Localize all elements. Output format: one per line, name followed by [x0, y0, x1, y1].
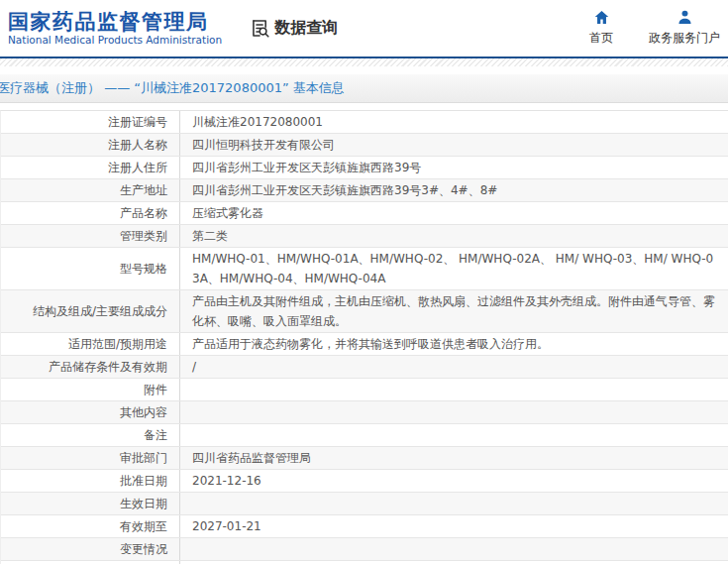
- table-row: 批准日期2021-12-16: [1, 470, 728, 493]
- row-value: 2027-01-21: [180, 515, 728, 537]
- row-label: 生产地址: [1, 179, 180, 201]
- table-row: 注册证编号川械注准20172080001: [1, 111, 728, 134]
- site-header: 国家药品监督管理局 National Medical Products Admi…: [0, 0, 728, 56]
- table-row: 注册人住所四川省彭州工业开发区天彭镇旌旗西路39号: [1, 157, 728, 179]
- row-label: 适用范围/预期用途: [1, 333, 180, 355]
- nav-label-home: 首页: [589, 30, 613, 47]
- row-label: 附件: [1, 379, 180, 400]
- nav-item-home[interactable]: 首页: [579, 8, 623, 47]
- spacer: [0, 66, 728, 74]
- person-icon: [676, 8, 693, 26]
- row-value: [180, 538, 728, 560]
- row-value: 第二类: [180, 225, 728, 247]
- row-label: 其他内容: [1, 401, 180, 423]
- data-query-section[interactable]: 数据查询: [250, 18, 338, 39]
- row-label: 产品储存条件及有效期: [1, 356, 180, 378]
- table-row: 产品名称压缩式雾化器: [1, 202, 728, 225]
- data-query-icon: [250, 18, 270, 39]
- row-value: 四川恒明科技开发有限公司: [180, 134, 728, 156]
- row-label: 注册人住所: [1, 157, 180, 178]
- nmpa-logo[interactable]: 国家药品监督管理局 National Medical Products Admi…: [8, 10, 222, 47]
- row-value: 产品由主机及其附件组成，主机由压缩机、散热风扇、过滤组件及其外壳组成。附件由通气…: [180, 290, 728, 332]
- row-label: 批准日期: [1, 470, 180, 492]
- table-row: 结构及组成/主要组成成分产品由主机及其附件组成，主机由压缩机、散热风扇、过滤组件…: [1, 290, 728, 333]
- nav-item-service-portal[interactable]: 政务服务门户: [649, 8, 720, 47]
- logo-title: 国家药品监督管理局: [8, 10, 222, 34]
- row-label: 注册人名称: [1, 134, 180, 156]
- logo-subtitle: National Medical Products Administration: [8, 34, 222, 47]
- table-row: 审批部门四川省药品监督管理局: [1, 447, 728, 470]
- row-label: 管理类别: [1, 225, 180, 247]
- table-row: 生效日期: [1, 493, 728, 515]
- striped-divider: [0, 56, 728, 66]
- row-label: 结构及组成/主要组成成分: [1, 290, 180, 332]
- row-label: 变更情况: [1, 538, 180, 560]
- breadcrumb: 医疗器械（注册） —— “川械注准20172080001” 基本信息: [0, 79, 345, 97]
- row-value: 四川省药品监督管理局: [180, 447, 728, 469]
- row-value: 四川省彭州工业开发区天彭镇旌旗西路39号: [180, 157, 728, 178]
- header-nav: 首页 政务服务门户: [579, 8, 720, 47]
- row-label: 备注: [1, 424, 180, 446]
- row-value: 压缩式雾化器: [180, 202, 728, 224]
- row-value: [180, 401, 728, 423]
- home-icon: [593, 8, 610, 26]
- row-value: [180, 493, 728, 514]
- nav-label-service-portal: 政务服务门户: [649, 30, 720, 47]
- row-value: 2021-12-16: [180, 470, 728, 492]
- table-row: 注册人名称四川恒明科技开发有限公司: [1, 134, 728, 157]
- row-label: 型号规格: [1, 248, 180, 289]
- row-value: [180, 379, 728, 400]
- table-row: 管理类别第二类: [1, 225, 728, 248]
- breadcrumb-bar: 医疗器械（注册） —— “川械注准20172080001” 基本信息: [0, 74, 728, 103]
- row-label: 审批部门: [1, 447, 180, 469]
- table-row: 适用范围/预期用途产品适用于液态药物雾化，并将其输送到呼吸道供患者吸入治疗用。: [1, 333, 728, 356]
- row-label: 产品名称: [1, 202, 180, 224]
- section-title: 数据查询: [274, 18, 338, 39]
- table-row: 有效期至2027-01-21: [1, 515, 728, 538]
- table-row: 其他内容: [1, 401, 728, 424]
- table-row: 型号规格HM/WHQ-01、HM/WHQ-01A、HM/WHQ-02、 HM/W…: [1, 248, 728, 290]
- row-value: [180, 424, 728, 446]
- row-value: HM/WHQ-01、HM/WHQ-01A、HM/WHQ-02、 HM/WHQ-0…: [180, 248, 728, 289]
- row-label: 注册证编号: [1, 111, 180, 133]
- spacer: [0, 103, 728, 110]
- info-table: 注册证编号川械注准20172080001注册人名称四川恒明科技开发有限公司注册人…: [0, 110, 728, 564]
- row-value: 川械注准20172080001: [180, 111, 728, 133]
- table-row: 备注: [1, 424, 728, 447]
- table-row: 附件: [1, 379, 728, 401]
- table-row: 生产地址四川省彭州工业开发区天彭镇旌旗西路39号3#、4#、8#: [1, 179, 728, 202]
- row-value: /: [180, 356, 728, 378]
- table-row: 变更情况: [1, 538, 728, 561]
- row-value: 产品适用于液态药物雾化，并将其输送到呼吸道供患者吸入治疗用。: [180, 333, 728, 355]
- table-row: 产品储存条件及有效期/: [1, 356, 728, 379]
- row-value: 四川省彭州工业开发区天彭镇旌旗西路39号3#、4#、8#: [180, 179, 728, 201]
- row-label: 有效期至: [1, 515, 180, 537]
- row-label: 生效日期: [1, 493, 180, 514]
